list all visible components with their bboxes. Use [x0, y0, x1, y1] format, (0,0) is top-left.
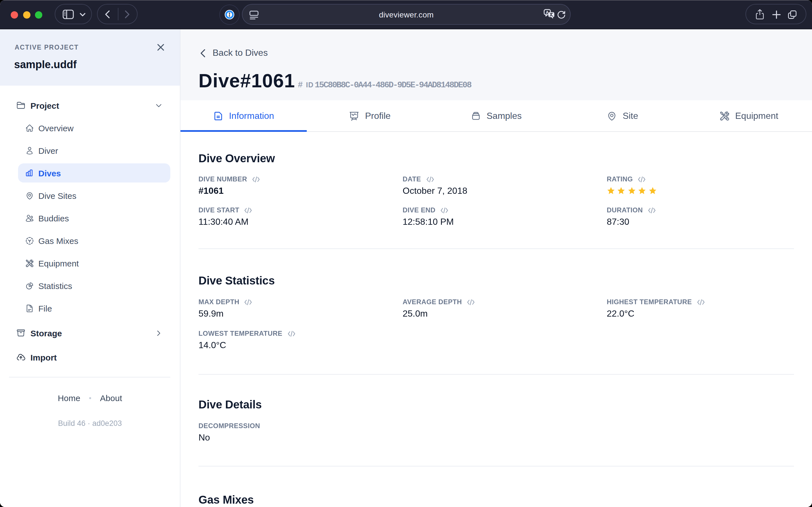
- svg-text:A: A: [546, 10, 549, 15]
